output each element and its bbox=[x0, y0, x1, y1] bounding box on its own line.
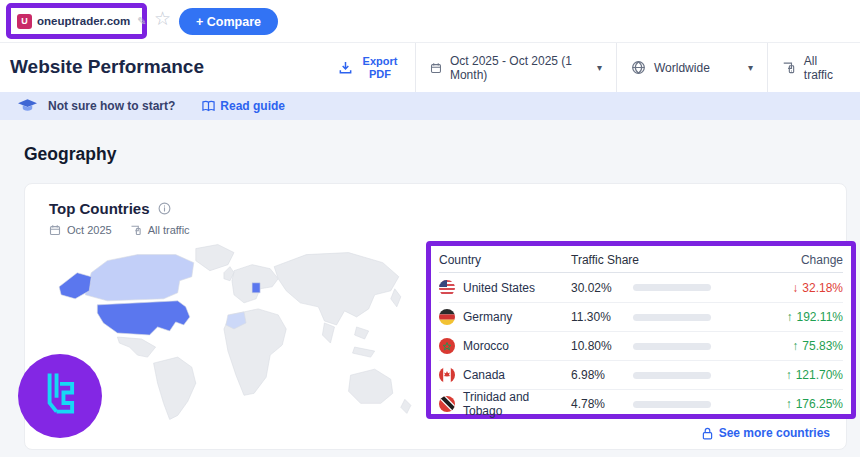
app-root: U oneuptrader.com ✎ ☆ + Compare Website … bbox=[0, 0, 860, 457]
column-header-change: Change bbox=[739, 253, 843, 267]
lock-icon bbox=[702, 427, 713, 440]
globe-icon bbox=[631, 60, 646, 75]
country-name: Morocco bbox=[463, 339, 509, 353]
traffic-type-label: All traffic bbox=[804, 54, 846, 82]
flag-canada-icon bbox=[439, 367, 455, 383]
favorite-star-icon[interactable]: ☆ bbox=[154, 9, 171, 28]
map-asia bbox=[274, 253, 399, 325]
date-range-label: Oct 2025 - Oct 2025 (1 Month) bbox=[450, 54, 589, 82]
caret-down-icon: ▾ bbox=[597, 62, 602, 73]
flag-trinidad-and-tobago-icon bbox=[439, 396, 455, 412]
card-date-label: Oct 2025 bbox=[67, 224, 112, 236]
flag-germany-icon bbox=[439, 309, 455, 325]
map-united-states[interactable] bbox=[97, 301, 189, 335]
edit-pencil-icon[interactable]: ✎ bbox=[137, 15, 146, 28]
region-selector[interactable]: Worldwide ▾ bbox=[617, 43, 767, 92]
devices-icon bbox=[782, 60, 796, 75]
map-mexico bbox=[117, 337, 155, 357]
page-title: Website Performance bbox=[10, 56, 204, 78]
traffic-type-selector[interactable]: All traffic bbox=[768, 43, 860, 92]
highlight-box-domain: U oneuptrader.com ✎ bbox=[6, 3, 147, 39]
read-guide-label: Read guide bbox=[220, 99, 285, 113]
column-header-country: Country bbox=[439, 253, 571, 267]
card-subtitle: Oct 2025 All traffic bbox=[49, 224, 190, 236]
card-traffic-label: All traffic bbox=[148, 224, 190, 236]
map-greenland bbox=[196, 245, 234, 271]
change-arrow-icon: ↑ bbox=[792, 339, 798, 353]
table-header-row: Country Traffic Share Change bbox=[439, 247, 843, 273]
page-header: Website Performance Export PDF Oct 2025 … bbox=[0, 42, 860, 92]
change-value: ↑ 121.70% bbox=[739, 368, 843, 382]
map-india bbox=[322, 323, 334, 343]
traffic-share-bar bbox=[633, 372, 711, 379]
map-germany[interactable] bbox=[252, 283, 260, 293]
logo-glyph-icon bbox=[34, 368, 86, 424]
banner-text: Not sure how to start? bbox=[48, 99, 175, 113]
onboarding-banner: Not sure how to start? Read guide bbox=[0, 92, 860, 120]
change-arrow-icon: ↓ bbox=[792, 281, 798, 295]
compare-button-label: + Compare bbox=[196, 15, 261, 29]
country-name: United States bbox=[463, 281, 535, 295]
download-icon bbox=[338, 60, 353, 75]
flag-united-states-icon bbox=[439, 280, 455, 296]
map-australia bbox=[349, 369, 393, 403]
date-range-picker[interactable]: Oct 2025 - Oct 2025 (1 Month) ▾ bbox=[416, 43, 616, 92]
table-row[interactable]: Germany 11.30% ↑ 192.11% bbox=[439, 302, 843, 331]
calendar-icon bbox=[430, 61, 442, 75]
calendar-icon bbox=[49, 224, 61, 236]
change-value: ↑ 176.25% bbox=[739, 397, 843, 411]
see-more-countries-link[interactable]: See more countries bbox=[702, 426, 830, 440]
flag-morocco-icon bbox=[439, 338, 455, 354]
change-arrow-icon: ↑ bbox=[786, 368, 792, 382]
caret-down-icon: ▾ bbox=[748, 62, 753, 73]
export-pdf-label: Export PDF bbox=[359, 55, 401, 80]
site-favicon: U bbox=[17, 14, 32, 29]
map-south-america bbox=[154, 357, 196, 419]
top-bar: U oneuptrader.com ✎ ☆ + Compare bbox=[0, 0, 860, 42]
country-name: Trinidad and Tobago bbox=[463, 390, 571, 418]
graduation-cap-icon bbox=[18, 99, 37, 113]
traffic-share-value: 10.80% bbox=[571, 339, 633, 353]
book-icon bbox=[202, 100, 215, 112]
table-row[interactable]: United States 30.02% ↓ 32.18% bbox=[439, 273, 843, 302]
table-row[interactable]: Morocco 10.80% ↑ 75.83% bbox=[439, 331, 843, 360]
country-name: Canada bbox=[463, 368, 505, 382]
card-title: Top Countries bbox=[49, 200, 150, 217]
traffic-share-bar bbox=[633, 284, 711, 291]
info-icon[interactable] bbox=[158, 202, 171, 215]
traffic-share-bar bbox=[633, 314, 711, 321]
highlight-box-table: Country Traffic Share Change bbox=[426, 241, 856, 419]
watermark-logo bbox=[18, 354, 102, 438]
export-pdf-button[interactable]: Export PDF bbox=[324, 43, 415, 92]
main-content: Geography Top Countries Oct 2025 bbox=[0, 120, 860, 457]
domain-selector[interactable]: U oneuptrader.com ✎ bbox=[11, 14, 142, 29]
traffic-share-value: 4.78% bbox=[571, 397, 633, 411]
table-row[interactable]: Trinidad and Tobago 4.78% ↑ 176.25% bbox=[439, 389, 843, 418]
region-label: Worldwide bbox=[654, 61, 710, 75]
map-indonesia bbox=[353, 347, 375, 357]
change-value: ↑ 75.83% bbox=[739, 339, 843, 353]
map-se-asia bbox=[355, 327, 369, 339]
map-canada[interactable] bbox=[85, 255, 194, 301]
domain-name: oneuptrader.com bbox=[37, 15, 130, 27]
see-more-countries-label: See more countries bbox=[719, 426, 830, 440]
devices-icon bbox=[130, 224, 142, 236]
column-header-traffic-share: Traffic Share bbox=[571, 253, 739, 267]
compare-button[interactable]: + Compare bbox=[179, 8, 278, 35]
traffic-share-bar bbox=[633, 401, 711, 408]
section-title-geography: Geography bbox=[24, 144, 116, 165]
top-countries-card: Top Countries Oct 2025 All traffic bbox=[24, 183, 847, 450]
change-value: ↑ 192.11% bbox=[739, 310, 843, 324]
map-new-zealand bbox=[401, 399, 411, 413]
country-name: Germany bbox=[463, 310, 512, 324]
map-japan bbox=[391, 289, 401, 307]
read-guide-link[interactable]: Read guide bbox=[202, 99, 285, 113]
change-arrow-icon: ↑ bbox=[787, 310, 793, 324]
traffic-share-value: 30.02% bbox=[571, 281, 633, 295]
change-value: ↓ 32.18% bbox=[739, 281, 843, 295]
table-row[interactable]: Canada 6.98% ↑ 121.70% bbox=[439, 360, 843, 389]
change-arrow-icon: ↑ bbox=[786, 397, 792, 411]
traffic-share-value: 11.30% bbox=[571, 310, 633, 324]
traffic-share-value: 6.98% bbox=[571, 368, 633, 382]
header-controls: Export PDF Oct 2025 - Oct 2025 (1 Month)… bbox=[324, 43, 860, 92]
